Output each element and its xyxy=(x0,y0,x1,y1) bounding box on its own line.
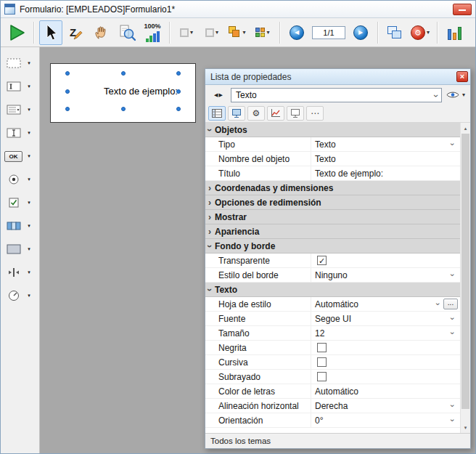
pan-tool-button[interactable] xyxy=(90,20,113,45)
property-checkbox[interactable] xyxy=(317,357,327,367)
property-group-opciones-de-redimension[interactable]: ›Opciones de redimensión xyxy=(205,195,460,210)
property-group-apariencia[interactable]: ›Apariencia xyxy=(205,224,460,239)
dropdown-arrow-icon[interactable]: ▾ xyxy=(24,60,34,66)
selection-handle[interactable] xyxy=(65,89,70,94)
property-checkbox[interactable] xyxy=(317,343,327,352)
property-value[interactable]: Texto xyxy=(311,152,460,166)
property-value-text: Texto xyxy=(315,154,336,164)
splitter-tool[interactable]: ▾ xyxy=(3,264,39,281)
property-row-hoja-de-estilo: Hoja de estiloAutomático›... xyxy=(205,297,460,312)
property-group-objetos[interactable]: ›Objetos xyxy=(205,123,460,137)
scroll-down-icon[interactable]: ▾ xyxy=(461,422,470,433)
dropdown-arrow-icon: ▾ xyxy=(266,30,269,36)
minimize-button[interactable] xyxy=(453,4,472,15)
checkbox-tool[interactable]: ▾ xyxy=(3,194,39,211)
run-button[interactable] xyxy=(5,20,28,45)
columns-chart-button[interactable] xyxy=(443,20,466,45)
arrange-dropdown[interactable]: ▾ xyxy=(226,20,249,45)
property-row-tipo: TipoTexto› xyxy=(205,137,460,152)
property-value-dropdown[interactable]: 12› xyxy=(311,326,460,340)
property-value-dropdown[interactable]: Automático›... xyxy=(311,297,460,311)
prev-page-button[interactable]: ◀ xyxy=(285,20,308,45)
selection-handle[interactable] xyxy=(65,71,70,76)
dropdown-arrow-icon[interactable]: ▾ xyxy=(24,200,34,206)
rectangle-tool[interactable]: ▾ xyxy=(3,240,39,258)
property-value-dropdown[interactable]: Segoe UI› xyxy=(311,312,460,325)
panel-header[interactable]: Lista de propiedades × xyxy=(205,69,470,85)
listbox-tool[interactable]: ▾ xyxy=(3,101,39,118)
size-tools-dropdown[interactable]: ▾ xyxy=(200,20,223,45)
toolbar-separator xyxy=(279,22,280,44)
label-tool[interactable]: ▾ xyxy=(3,78,39,95)
tab-display[interactable] xyxy=(228,106,245,121)
zoom-tool-button[interactable] xyxy=(115,20,139,45)
selection-handle[interactable] xyxy=(176,71,181,76)
object-selector-combo[interactable]: Texto › xyxy=(231,88,442,102)
selection-handle[interactable] xyxy=(176,107,181,111)
style-grid-dropdown[interactable]: ▾ xyxy=(251,20,274,45)
field-tool[interactable]: ▾ xyxy=(3,54,39,72)
layers-button[interactable] xyxy=(383,20,406,45)
dropdown-arrow-icon[interactable]: ▾ xyxy=(24,107,34,113)
toolbar-separator xyxy=(437,22,438,44)
scrollbar-thumb[interactable] xyxy=(461,134,469,409)
property-value-dropdown[interactable]: 0°› xyxy=(311,413,460,427)
radio-tool[interactable]: ▾ xyxy=(3,171,39,188)
buttonbar-icon xyxy=(3,217,24,235)
tab-settings[interactable]: ⚙ xyxy=(247,106,265,121)
settings-dropdown[interactable]: ⚙ ▾ xyxy=(409,20,432,45)
selected-label-object[interactable]: Texto de ejemplo: xyxy=(67,74,178,108)
property-checkbox[interactable] xyxy=(317,372,327,381)
dropdown-arrow-icon[interactable]: ▾ xyxy=(24,130,34,136)
selection-handle[interactable] xyxy=(121,107,126,111)
buttonbar-tool[interactable]: ▾ xyxy=(3,217,39,235)
property-group-texto[interactable]: ›Texto xyxy=(205,283,460,297)
select-tool-button[interactable] xyxy=(39,20,62,45)
dial-tool[interactable]: ▾ xyxy=(3,287,39,304)
selection-handle[interactable] xyxy=(65,107,70,111)
scrollbar[interactable]: ▴ ▾ xyxy=(460,123,470,433)
property-group-coordenadas-y-dimensiones[interactable]: ›Coordenadas y dimensiones xyxy=(205,181,460,195)
property-checkbox[interactable]: ✓ xyxy=(317,256,327,265)
property-value-dropdown[interactable]: Ninguno› xyxy=(311,268,460,282)
visibility-toggle[interactable]: ▾ xyxy=(444,88,467,102)
object-nav-buttons[interactable]: ◀ ▶ xyxy=(208,88,229,102)
page-indicator[interactable]: 1/1 xyxy=(312,26,345,39)
tab-chart[interactable] xyxy=(267,106,284,121)
property-name: Fuente xyxy=(205,312,311,325)
widget-toolbox: ▾ ▾ ▾ ▾ OK ▾ ▾ ▾ ▾ xyxy=(1,47,40,453)
dropdown-arrow-icon[interactable]: ▾ xyxy=(24,84,34,89)
dropdown-arrow-icon[interactable]: ▾ xyxy=(24,269,34,275)
ellipsis-button[interactable]: ... xyxy=(443,299,458,309)
right-triangle-icon: ▶ xyxy=(358,29,363,36)
dropdown-arrow-icon[interactable]: ▾ xyxy=(24,177,34,182)
selection-handle[interactable] xyxy=(121,71,126,76)
tab-monitor[interactable] xyxy=(287,106,304,121)
status-text: Todos los temas xyxy=(210,437,271,445)
selection-handle[interactable] xyxy=(176,89,181,94)
page-indicator-text: 1/1 xyxy=(323,28,334,37)
scroll-up-icon[interactable]: ▴ xyxy=(461,123,470,134)
next-object-icon[interactable]: ▶ xyxy=(219,92,223,98)
tab-properties[interactable] xyxy=(208,106,226,121)
gear-icon: ⚙ xyxy=(411,25,425,40)
dropdown-arrow-icon[interactable]: ▾ xyxy=(24,246,34,252)
dropdown-arrow-icon[interactable]: ▾ xyxy=(24,223,34,229)
property-value-dropdown[interactable]: Derecha› xyxy=(311,399,460,413)
property-value[interactable]: Texto de ejemplo: xyxy=(311,166,460,180)
property-value[interactable]: Automático xyxy=(311,384,460,398)
textbox-tool[interactable]: ▾ xyxy=(3,124,39,142)
close-icon[interactable]: × xyxy=(456,71,468,82)
property-group-mostrar[interactable]: ›Mostrar xyxy=(205,210,460,224)
prev-object-icon[interactable]: ◀ xyxy=(214,92,218,98)
dropdown-arrow-icon[interactable]: ▾ xyxy=(24,153,34,159)
align-tools-dropdown[interactable]: ▾ xyxy=(175,20,198,45)
zoom-level-button[interactable]: 100% xyxy=(141,20,164,45)
tab-more[interactable]: ⋯ xyxy=(306,106,324,121)
dropdown-arrow-icon[interactable]: ▾ xyxy=(24,293,34,299)
button-tool[interactable]: OK ▾ xyxy=(3,147,39,165)
property-group-fondo-y-borde[interactable]: ›Fondo y borde xyxy=(205,239,460,254)
tab-order-tool-button[interactable]: Z xyxy=(65,20,88,45)
property-value-dropdown[interactable]: Texto› xyxy=(311,137,460,151)
next-page-button[interactable]: ▶ xyxy=(349,20,372,45)
